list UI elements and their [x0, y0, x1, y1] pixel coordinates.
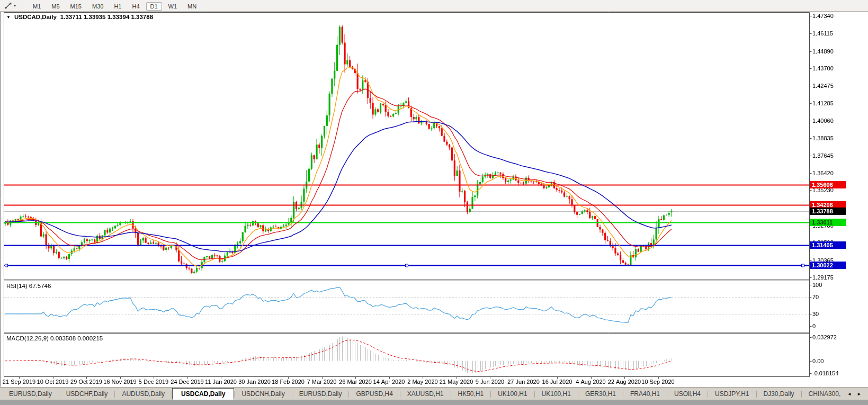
tab-USOil-H4[interactable]: USOil,H4: [667, 389, 708, 399]
tab-AUDUSD-Daily[interactable]: AUDUSD,Daily: [115, 389, 172, 399]
price-chart-canvas[interactable]: [0, 0, 868, 387]
timeframe-button-M15[interactable]: M15: [66, 2, 86, 11]
toolbar: ▾ M1M5M15M30H1H4D1W1MN: [0, 0, 868, 12]
timeframe-button-M5[interactable]: M5: [47, 2, 64, 11]
toolbar-grip[interactable]: [22, 2, 23, 10]
timeframe-button-H1[interactable]: H1: [110, 2, 126, 11]
tab-FRA40-H1[interactable]: FRA40,H1: [623, 389, 667, 399]
rsi-indicator-label: RSI(14) 67.5746: [6, 283, 51, 289]
tab-UK100-H1[interactable]: UK100,H1: [491, 389, 534, 399]
collapse-chart-icon[interactable]: ▼: [6, 15, 11, 20]
chart-title: ▼ USDCAD,Daily 1.33711 1.33935 1.33394 1…: [6, 14, 153, 20]
macd-indicator-label: MACD(12,26,9) 0.003508 0.000215: [6, 335, 103, 341]
dropdown-caret-icon: ▾: [14, 3, 16, 8]
price-badge-1.35606: 1.35606: [810, 181, 846, 188]
status-strip: [0, 400, 868, 405]
tab-HK50-H1[interactable]: HK50,H1: [451, 389, 491, 399]
tab-USDJPY-H1[interactable]: USDJPY,H1: [708, 389, 756, 399]
price-badge-current-1.33788: 1.33788: [810, 208, 846, 215]
tab-scroll-arrows: ◄ ►: [840, 391, 868, 397]
trendline-icon: [4, 2, 12, 10]
price-badge-1.31405: 1.31405: [810, 241, 846, 249]
timeframe-button-M1[interactable]: M1: [29, 2, 45, 11]
timeframe-button-MN[interactable]: MN: [183, 2, 201, 11]
chart-tab-bar: EURUSD,DailyUSDCHF,DailyAUDUSD,DailyUSDC…: [0, 387, 868, 400]
tab-USDCAD-Daily[interactable]: USDCAD,Daily: [172, 388, 234, 400]
tab-EURUSD-Daily[interactable]: EURUSD,Daily: [2, 389, 59, 399]
chart-tabs: EURUSD,DailyUSDCHF,DailyAUDUSD,DailyUSDC…: [0, 388, 840, 400]
price-badge-1.33011: 1.33011: [810, 219, 846, 226]
tabs-scroll-left-button[interactable]: ◄: [847, 391, 852, 397]
tab-EURUSD-Daily[interactable]: EURUSD,Daily: [292, 389, 349, 399]
tab-DJ30-Daily[interactable]: DJ30,Daily: [757, 389, 801, 399]
timeframe-button-group: M1M5M15M30H1H4D1W1MN: [28, 1, 202, 11]
tab-CHINA300-H1[interactable]: CHINA300,H1: [802, 389, 841, 399]
tab-UK100-H1[interactable]: UK100,H1: [535, 389, 578, 399]
timeframe-button-M30[interactable]: M30: [88, 2, 108, 11]
tab-GBPUSD-H4[interactable]: GBPUSD,H4: [349, 389, 399, 399]
timeframe-button-D1[interactable]: D1: [146, 2, 162, 11]
tabs-scroll-right-button[interactable]: ►: [857, 391, 862, 397]
timeframe-button-H4[interactable]: H4: [128, 2, 144, 11]
tab-USDCNH-Daily[interactable]: USDCNH,Daily: [235, 389, 291, 399]
price-badge-1.30022: 1.30022: [810, 262, 846, 269]
timeframe-button-W1[interactable]: W1: [164, 2, 182, 11]
tab-USDCHF-Daily[interactable]: USDCHF,Daily: [59, 389, 115, 399]
chart-ohlc-values: 1.33711 1.33935 1.33394 1.33788: [60, 14, 153, 20]
chart-symbol-title: USDCAD,Daily: [14, 14, 57, 20]
line-tool-button[interactable]: ▾: [2, 1, 19, 11]
tab-GER30-H1[interactable]: GER30,H1: [578, 389, 623, 399]
tab-XAUUSD-H1[interactable]: XAUUSD,H1: [400, 389, 451, 399]
